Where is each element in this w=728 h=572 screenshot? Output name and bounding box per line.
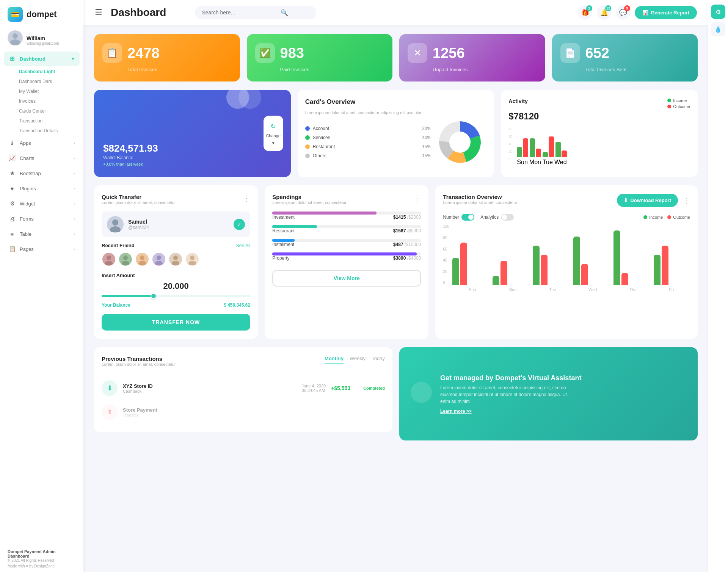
tx-period-tabs: Monthly Weekly Today <box>325 356 385 364</box>
widget-icon: ⚙ <box>8 200 16 207</box>
right-panel: ⚙ 💧 <box>708 0 728 572</box>
investment-bar-fill <box>272 212 377 215</box>
footer-copyright: © 2021 All Rights Reserved <box>8 558 76 563</box>
sidebar-item-table[interactable]: ≡ Table › <box>4 227 80 241</box>
cards-overview-title: Card's Overview <box>305 98 487 106</box>
friend-avatar-5[interactable] <box>168 252 183 266</box>
installment-bar-fill <box>272 239 295 242</box>
tx-amount: +$5,553 <box>331 385 350 391</box>
main-content: ☰ Dashboard 🔍 🎁 2 🔔 12 💬 5 📊 Generate Re… <box>83 0 708 572</box>
stat-card-paid-invoices: ✅ 983 Paid Invoices <box>247 34 393 81</box>
sidebar-item-bootstrap[interactable]: ★ Bootstrap › <box>4 166 80 180</box>
restaurant-max: /$5000 <box>406 228 421 234</box>
tx-download-icon: ⬇ <box>102 380 118 396</box>
chevron-down-icon: ▼ <box>271 141 275 145</box>
installment-label: Installment <box>272 242 393 247</box>
activity-chart-area: 020406080 <box>508 127 690 166</box>
svg-point-14 <box>172 261 179 265</box>
search-input[interactable] <box>202 9 278 16</box>
chat-notification-button[interactable]: 💬 5 <box>616 5 630 20</box>
sidebar-item-plugins[interactable]: ♥ Plugins › <box>4 181 80 196</box>
tx-label-mon: Mon <box>508 287 516 292</box>
friend-avatar-4[interactable] <box>152 252 166 266</box>
restaurant-dot <box>305 144 310 149</box>
wed-outcome-bar <box>562 150 567 157</box>
sidebar-item-widget[interactable]: ⚙ Widget › <box>4 196 80 211</box>
svg-point-5 <box>107 255 111 260</box>
sidebar-item-forms[interactable]: 🖨 Forms › <box>4 212 80 226</box>
tab-today[interactable]: Today <box>372 356 385 364</box>
transfer-now-button[interactable]: TRANSFER NOW <box>102 314 250 331</box>
download-report-button[interactable]: ⬇ Download Report <box>617 194 678 207</box>
water-button[interactable]: 💧 <box>711 22 725 36</box>
va-description: Lorem ipsum dolor sit amet, consectetur … <box>440 384 569 405</box>
chevron-right-icon-6: › <box>74 216 75 221</box>
tx-menu-dots[interactable]: ⋮ <box>682 196 690 205</box>
property-bar-bg <box>272 252 421 255</box>
stat-card-total-invoices: 📋 2478 Total Invoices <box>94 34 240 81</box>
sidebar-sub-dashboard-light[interactable]: Dashboard Light <box>16 67 80 77</box>
tab-monthly[interactable]: Monthly <box>325 356 344 364</box>
cards-overview-chart <box>437 119 486 169</box>
mon-outcome <box>500 261 507 285</box>
settings-icon: ⚙ <box>715 8 721 16</box>
bootstrap-icon: ★ <box>8 169 16 177</box>
friend-avatar-3[interactable] <box>135 252 149 266</box>
sidebar-item-pages[interactable]: 📋 Pages › <box>4 242 80 256</box>
sidebar-item-dashboard[interactable]: ⊞ Dashboard ▼ <box>4 52 80 66</box>
water-icon: 💧 <box>714 26 722 33</box>
svg-point-17 <box>411 382 432 403</box>
refresh-icon: ↻ <box>270 122 276 130</box>
sidebar-sub-transaction-details[interactable]: Transaction Details <box>16 126 80 136</box>
tx-label-fri: Fri <box>669 287 674 292</box>
friend-avatar-2[interactable] <box>118 252 133 266</box>
forms-icon: 🖨 <box>8 215 16 223</box>
wed-income <box>573 237 580 285</box>
see-all-button[interactable]: See All <box>236 243 250 248</box>
amount-value: 20.000 <box>102 281 250 291</box>
spending-property: Property $3890 /$4000 <box>272 252 421 261</box>
va-learn-more-link[interactable]: Learn more >> <box>440 409 581 414</box>
slider-thumb[interactable] <box>151 293 157 299</box>
friend-avatar-1[interactable] <box>102 252 116 266</box>
income-dot <box>667 99 671 102</box>
tab-weekly[interactable]: Weekly <box>350 356 366 364</box>
sidebar-sub-invoices[interactable]: Invoices <box>16 96 80 106</box>
logo-text: dompet <box>27 9 56 19</box>
settings-button[interactable]: ⚙ <box>711 5 725 19</box>
va-icon: 💰 <box>410 381 433 407</box>
view-more-button[interactable]: View More <box>272 270 421 287</box>
analytics-toggle[interactable] <box>501 214 514 221</box>
friend-avatar-6[interactable] <box>185 252 199 266</box>
outcome-legend: Outcome <box>667 104 690 109</box>
bell-notification-button[interactable]: 🔔 12 <box>597 5 611 20</box>
services-pct: 40% <box>422 135 431 140</box>
sidebar-item-apps[interactable]: ℹ Apps › <box>4 136 80 150</box>
y-0: 0 <box>443 281 449 285</box>
tx-header: Transaction Overview Lorem ipsum dolor s… <box>443 194 690 210</box>
number-toggle[interactable] <box>461 214 474 221</box>
sidebar-sub-dashboard-dark[interactable]: Dashboard Dark <box>16 77 80 86</box>
tx-info-2: Store Payment Transfer <box>123 407 157 417</box>
wed-outcome <box>581 264 588 285</box>
spendings-menu-dots[interactable]: ⋮ <box>413 194 421 203</box>
tx-type-2: Transfer <box>123 413 157 417</box>
confirm-friend-button[interactable]: ✓ <box>234 219 245 230</box>
chevron-right-icon: › <box>74 141 75 145</box>
sidebar-item-charts[interactable]: 📈 Charts › <box>4 151 80 165</box>
sidebar-sub-my-wallet[interactable]: My Wallet <box>16 86 80 96</box>
restaurant-amount: $1567 <box>393 228 406 234</box>
spendings-title: Spendings <box>272 194 347 200</box>
sidebar-sub-cards-center[interactable]: Cards Center <box>16 106 80 116</box>
gift-notification-button[interactable]: 🎁 2 <box>578 5 592 20</box>
hamburger-menu[interactable]: ☰ <box>95 8 102 17</box>
qt-menu-dots[interactable]: ⋮ <box>243 194 250 203</box>
chat-badge: 5 <box>624 5 630 11</box>
change-wallet-button[interactable]: ↻ Change ▼ <box>264 116 283 151</box>
income-legend: Income <box>667 98 690 103</box>
tx-date: June 4, 2020 05:34:45 AM <box>302 384 326 393</box>
generate-report-button[interactable]: 📊 Generate Report <box>635 6 697 19</box>
y-20: 20 <box>443 270 449 274</box>
svg-point-11 <box>157 255 161 260</box>
sidebar-sub-transaction[interactable]: Transaction <box>16 116 80 126</box>
